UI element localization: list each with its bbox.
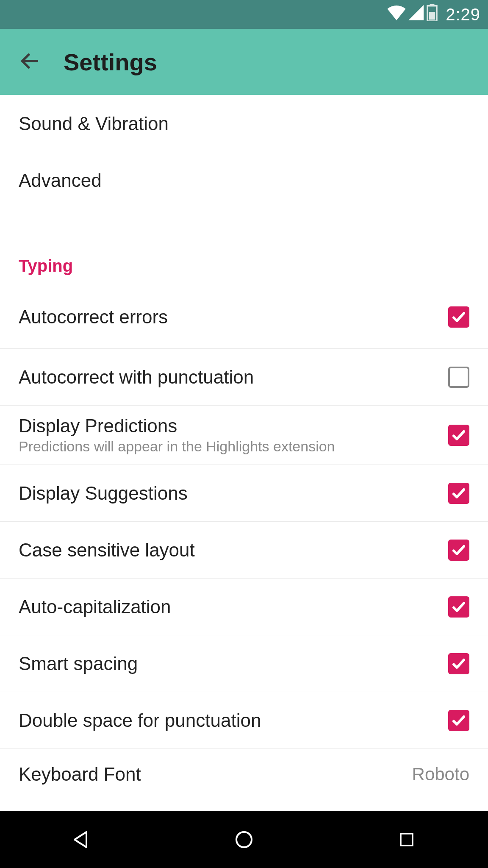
svg-point-3 xyxy=(236,832,252,847)
settings-row-autocorrect-errors[interactable]: Autocorrect errors xyxy=(0,285,488,348)
checkbox-autocorrect-errors[interactable] xyxy=(448,306,469,328)
row-label: Smart spacing xyxy=(19,653,448,674)
checkbox-double-space-punctuation[interactable] xyxy=(448,710,469,731)
row-label: Advanced xyxy=(19,170,469,191)
settings-row-auto-capitalization[interactable]: Auto-capitalization xyxy=(0,578,488,635)
checkbox-case-sensitive-layout[interactable] xyxy=(448,540,469,561)
nav-back-button[interactable] xyxy=(64,823,98,857)
checkbox-smart-spacing[interactable] xyxy=(448,653,469,674)
status-clock: 2:29 xyxy=(446,5,480,24)
checkbox-autocorrect-punctuation[interactable] xyxy=(448,367,469,388)
settings-row-sound-vibration[interactable]: Sound & Vibration xyxy=(0,95,488,152)
row-label: Sound & Vibration xyxy=(19,113,469,134)
status-bar: 2:29 xyxy=(0,0,488,29)
nav-home-button[interactable] xyxy=(227,823,261,857)
settings-row-autocorrect-punctuation[interactable]: Autocorrect with punctuation xyxy=(0,348,488,405)
battery-icon xyxy=(426,4,438,25)
row-sublabel: Predictions will appear in the Highlight… xyxy=(19,438,448,455)
app-bar: Settings xyxy=(0,29,488,95)
navigation-bar xyxy=(0,811,488,868)
cellular-signal-icon xyxy=(408,5,424,24)
row-label: Display Suggestions xyxy=(19,483,448,504)
nav-recent-button[interactable] xyxy=(390,823,424,857)
settings-row-keyboard-font[interactable]: Keyboard Font Roboto xyxy=(0,748,488,799)
row-value: Roboto xyxy=(412,764,469,785)
row-label: Autocorrect errors xyxy=(19,306,448,328)
back-arrow-icon[interactable] xyxy=(19,50,41,74)
checkbox-display-suggestions[interactable] xyxy=(448,483,469,504)
settings-row-double-space-punctuation[interactable]: Double space for punctuation xyxy=(0,692,488,748)
svg-rect-2 xyxy=(429,12,435,19)
checkbox-display-predictions[interactable] xyxy=(448,425,469,446)
settings-row-case-sensitive-layout[interactable]: Case sensitive layout xyxy=(0,521,488,578)
section-header-typing: Typing xyxy=(0,247,488,285)
status-icons xyxy=(387,4,438,25)
settings-row-display-suggestions[interactable]: Display Suggestions xyxy=(0,465,488,521)
checkbox-auto-capitalization[interactable] xyxy=(448,596,469,618)
row-label: Display Predictions xyxy=(19,415,448,437)
svg-rect-4 xyxy=(401,834,413,846)
row-label: Auto-capitalization xyxy=(19,596,448,618)
row-label: Autocorrect with punctuation xyxy=(19,367,448,388)
settings-content: Sound & Vibration Advanced Typing Autoco… xyxy=(0,95,488,811)
settings-row-advanced[interactable]: Advanced xyxy=(0,152,488,209)
settings-row-display-predictions[interactable]: Display Predictions Predictions will app… xyxy=(0,405,488,465)
wifi-icon xyxy=(387,5,406,24)
settings-row-smart-spacing[interactable]: Smart spacing xyxy=(0,635,488,692)
row-label: Case sensitive layout xyxy=(19,540,448,561)
row-label: Double space for punctuation xyxy=(19,710,448,731)
row-label: Keyboard Font xyxy=(19,764,412,785)
page-title: Settings xyxy=(64,48,157,76)
